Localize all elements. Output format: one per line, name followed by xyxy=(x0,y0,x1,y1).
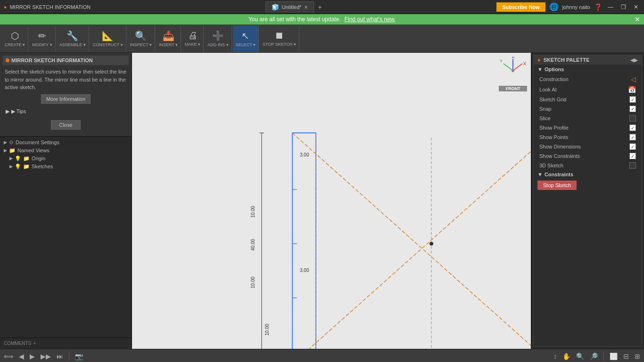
addins-icon: ➕ xyxy=(212,30,224,41)
toolbar-select[interactable]: ↖ SELECT ▾ xyxy=(233,25,259,52)
help-icon[interactable]: ❓ xyxy=(594,3,602,11)
tree-item-sketches[interactable]: ▶ 💡 📁 Sketches xyxy=(2,163,130,171)
close-button[interactable]: ✕ xyxy=(632,4,640,10)
nav-tool-3[interactable]: ▶ xyxy=(28,352,37,361)
svg-text:10.00: 10.00 xyxy=(264,324,270,336)
grid-settings[interactable]: ⊟ xyxy=(621,352,631,361)
mirror-info-title: MIRROR SKETCH INFORMATION xyxy=(3,56,129,65)
app-icon: ● xyxy=(4,4,7,10)
subscribe-button[interactable]: Subscribe Now xyxy=(496,2,545,12)
mirror-info-label: MIRROR SKETCH INFORMATION xyxy=(11,58,93,63)
toolbar-addins[interactable]: ➕ ADD-INS ▾ xyxy=(205,25,232,52)
maximize-button[interactable]: ❐ xyxy=(619,4,628,10)
svg-text:Z: Z xyxy=(512,57,515,59)
origin-icon: 💡 xyxy=(15,156,21,162)
stop-sketch-button[interactable]: Stop Sketch xyxy=(537,181,577,190)
more-info-button[interactable]: More Information xyxy=(41,94,91,104)
palette-dot: ● xyxy=(537,57,541,63)
showdimensions-label: Show Dimensions xyxy=(539,144,629,149)
showpoints-checkbox[interactable]: ✓ xyxy=(629,134,636,140)
select-icon: ↖ xyxy=(241,30,249,41)
user-name: johnny naito xyxy=(562,4,590,10)
snap-checkbox[interactable]: ✓ xyxy=(629,106,636,112)
tree-item-origin[interactable]: ▶ 💡 📁 Origin xyxy=(2,155,130,163)
tree-item-doc-settings[interactable]: ▶ ⚙ Document Settings xyxy=(2,139,130,147)
banner-link[interactable]: Find out what's new. xyxy=(345,16,396,23)
construction-label: Construction xyxy=(539,76,631,82)
separator xyxy=(69,352,69,361)
banner-close[interactable]: ✕ xyxy=(635,16,640,23)
tree-item-named-views[interactable]: ▶ 📁 Named Views xyxy=(2,147,130,155)
svg-text:3.00: 3.00 xyxy=(300,152,309,157)
tree-arrow: ▶ xyxy=(4,140,7,145)
active-tab[interactable]: 🧊 Untitled* ✕ xyxy=(265,1,314,13)
zoom-in[interactable]: 🔍 xyxy=(574,352,586,361)
display-settings[interactable]: ⬜ xyxy=(608,352,619,361)
new-tab-btn[interactable]: + xyxy=(318,3,322,11)
svg-line-8 xyxy=(292,133,531,349)
add-comment-icon[interactable]: + xyxy=(33,341,36,346)
tips-toggle[interactable]: ▶ ▶ Tips xyxy=(6,108,126,115)
toolbar-assemble[interactable]: 🔧 ASSEMBLE ▾ xyxy=(57,25,89,52)
axis-indicator: X Y Z FRONT xyxy=(499,57,527,91)
palette-row-snap: Snap ✓ xyxy=(534,104,642,114)
palette-row-showdimensions: Show Dimensions ✓ xyxy=(534,142,642,151)
svg-text:40.00: 40.00 xyxy=(250,239,256,251)
snap-label: Snap xyxy=(539,106,629,112)
toolbar-insert[interactable]: 📥 INSERT ▾ xyxy=(156,25,181,52)
toolbar-modify[interactable]: ✏ MODIFY ▾ xyxy=(29,25,55,52)
sketch-palette: ● SKETCH PALETTE ◀▶ ▼ Options Constructi… xyxy=(533,55,642,347)
tab-title: Untitled* xyxy=(282,4,302,10)
toolbar-make[interactable]: 🖨 MAKE ▾ xyxy=(182,25,204,52)
showprofile-checkbox[interactable]: ✓ xyxy=(629,124,636,131)
palette-row-3dsketch: 3D Sketch xyxy=(534,161,642,170)
svg-line-2 xyxy=(504,64,513,71)
view-cube[interactable]: ⊞ xyxy=(633,352,642,361)
sketchgrid-label: Sketch Grid xyxy=(539,97,629,102)
toolbar: ⬡ CREATE ▾ ✏ MODIFY ▾ 🔧 ASSEMBLE ▾ 📐 CON… xyxy=(0,25,644,53)
zoom-extend[interactable]: ↕ xyxy=(552,352,559,361)
orbit[interactable]: ✋ xyxy=(561,352,572,361)
make-icon: 🖨 xyxy=(188,30,198,41)
toolbar-stop-sketch[interactable]: ⏹ STOP SKETCH ▾ xyxy=(260,25,299,52)
palette-row-showpoints: Show Points ✓ xyxy=(534,132,642,142)
nav-tool-5[interactable]: ⏭ xyxy=(55,352,65,361)
nav-tool-1[interactable]: ⟺ xyxy=(2,352,15,361)
showdimensions-checkbox[interactable]: ✓ xyxy=(629,143,636,150)
stop-sketch-label: STOP SKETCH ▾ xyxy=(263,42,296,47)
select-label: SELECT ▾ xyxy=(236,42,256,47)
assemble-icon: 🔧 xyxy=(66,30,78,41)
zoom-out[interactable]: 🔎 xyxy=(588,352,600,361)
comments-bar: COMMENTS + xyxy=(0,337,132,349)
constraints-section[interactable]: ▼ Constraints xyxy=(534,170,642,179)
comments-label: COMMENTS xyxy=(4,341,31,346)
close-button[interactable]: Close xyxy=(51,120,80,130)
palette-expand[interactable]: ◀▶ xyxy=(630,58,638,63)
mirror-description: Select the sketch curves to mirror then … xyxy=(3,68,129,91)
nav-tool-2[interactable]: ◀ xyxy=(17,352,26,361)
slice-checkbox[interactable] xyxy=(629,115,636,122)
folder-icon: 📁 xyxy=(9,148,16,154)
tips-arrow: ▶ xyxy=(6,108,9,115)
tree-item-label: Document Settings xyxy=(16,140,59,145)
svg-line-0 xyxy=(513,64,522,71)
canvas-area[interactable]: X Y Z FRONT 3.00 10.00 40. xyxy=(132,53,531,349)
tree-item-label: Origin xyxy=(32,156,45,161)
camera-tool[interactable]: 📷 xyxy=(73,352,85,361)
sketchgrid-checkbox[interactable]: ✓ xyxy=(629,96,636,103)
toolbar-create[interactable]: ⬡ CREATE ▾ xyxy=(2,25,28,52)
minimize-button[interactable]: — xyxy=(606,4,615,10)
showpoints-label: Show Points xyxy=(539,134,629,140)
modify-icon: ✏ xyxy=(38,30,46,41)
view-label: FRONT xyxy=(499,86,527,91)
tab-close[interactable]: ✕ xyxy=(304,5,308,10)
showconstraints-checkbox[interactable]: ✓ xyxy=(629,153,636,159)
toolbar-inspect[interactable]: 🔍 INSPECT ▾ xyxy=(127,25,155,52)
nav-tool-4[interactable]: ▶▶ xyxy=(39,352,53,361)
separator2 xyxy=(603,352,604,361)
mirror-info-panel: MIRROR SKETCH INFORMATION Select the ske… xyxy=(0,53,132,137)
toolbar-construct[interactable]: 📐 CONSTRUCT ▾ xyxy=(90,25,126,52)
options-section[interactable]: ▼ Options xyxy=(534,65,642,74)
3dsketch-checkbox[interactable] xyxy=(629,162,636,169)
titlebar-right: Subscribe Now 🌐 johnny naito ❓ — ❐ ✕ xyxy=(496,2,640,12)
